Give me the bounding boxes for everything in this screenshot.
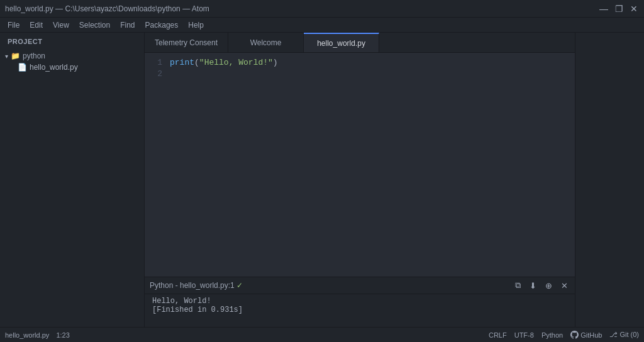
tab-hello-world-label: hello_world.py [317, 39, 365, 48]
output-copy-icon[interactable]: ⧉ [513, 280, 523, 291]
right-panel [575, 33, 644, 327]
tab-bar: Telemetry Consent Welcome hello_world.py [145, 33, 575, 53]
menu-bar: File Edit View Selection Find Packages H… [0, 18, 644, 33]
output-title: Python - hello_world.py:1 ✓ [150, 281, 508, 290]
menu-selection[interactable]: Selection [74, 19, 115, 31]
status-language[interactable]: Python [541, 331, 563, 339]
status-cursor[interactable]: 1:23 [56, 331, 69, 339]
output-download-icon[interactable]: ⬇ [528, 280, 538, 291]
file-label: hello_world.py [30, 63, 78, 72]
status-git[interactable]: ⎇ Git (0) [609, 331, 639, 339]
tree-file-hello-world[interactable]: 📄 hello_world.py [0, 62, 144, 73]
tab-telemetry-consent[interactable]: Telemetry Consent [145, 33, 228, 52]
tab-hello-world[interactable]: hello_world.py [304, 33, 379, 52]
status-right: CRLF UTF-8 Python GitHub ⎇ Git (0) [489, 331, 639, 339]
output-content: Hello, World! [Finished in 0.931s] [145, 294, 575, 317]
status-github[interactable]: GitHub [570, 331, 602, 339]
menu-view[interactable]: View [48, 19, 74, 31]
github-label: GitHub [580, 331, 602, 339]
status-filename[interactable]: hello_world.py [5, 331, 49, 339]
output-line-1: Hello, World! [152, 297, 567, 306]
code-editor[interactable]: 1 print("Hello, World!") 2 [145, 53, 575, 277]
title-bar-title: hello_world.py — C:\Users\ayazc\Download… [5, 4, 209, 13]
sidebar: Project ▾ 📁 python 📄 hello_world.py [0, 33, 145, 327]
tab-telemetry-consent-label: Telemetry Consent [155, 38, 218, 47]
status-separator [52, 331, 53, 339]
title-bar: hello_world.py — C:\Users\ayazc\Download… [0, 0, 644, 18]
status-left: hello_world.py 1:23 [5, 331, 70, 339]
line-number-1: 1 [145, 58, 170, 67]
line-number-2: 2 [145, 69, 170, 79]
line-code-1: print("Hello, World!") [170, 58, 278, 67]
code-line-1: 1 print("Hello, World!") [145, 58, 575, 69]
code-string: "Hello, World!" [199, 58, 273, 67]
menu-edit[interactable]: Edit [25, 19, 48, 31]
tab-welcome-label: Welcome [250, 38, 282, 47]
output-pin-icon[interactable]: ⊕ [543, 280, 554, 291]
output-close-icon[interactable]: ✕ [559, 280, 570, 291]
folder-arrow-icon: ▾ [5, 53, 8, 60]
git-icon: ⎇ [609, 331, 618, 338]
output-line-2: [Finished in 0.931s] [152, 306, 567, 314]
menu-packages[interactable]: Packages [140, 19, 184, 31]
editor-area: Telemetry Consent Welcome hello_world.py… [145, 33, 575, 327]
main-layout: Project ▾ 📁 python 📄 hello_world.py Tele… [0, 33, 644, 327]
title-bar-controls: — ❐ ✕ [599, 4, 639, 14]
tab-welcome[interactable]: Welcome [228, 33, 304, 52]
output-panel: Python - hello_world.py:1 ✓ ⧉ ⬇ ⊕ ✕ Hell… [145, 277, 575, 327]
maximize-button[interactable]: ❐ [614, 4, 624, 14]
close-button[interactable]: ✕ [629, 4, 639, 14]
tree-folder-python[interactable]: ▾ 📁 python [0, 50, 144, 62]
editor-content: 1 print("Hello, World!") 2 Python - hell… [145, 53, 575, 327]
check-icon: ✓ [236, 281, 243, 290]
folder-icon: 📁 [11, 52, 20, 60]
menu-help[interactable]: Help [183, 19, 209, 31]
status-encoding[interactable]: UTF-8 [514, 331, 534, 339]
folder-label: python [23, 52, 45, 60]
minimize-button[interactable]: — [599, 4, 609, 14]
code-line-2: 2 [145, 69, 575, 80]
status-line-ending[interactable]: CRLF [489, 331, 507, 339]
menu-file[interactable]: File [3, 19, 25, 31]
output-header: Python - hello_world.py:1 ✓ ⧉ ⬇ ⊕ ✕ [145, 277, 575, 294]
sidebar-header: Project [0, 33, 144, 50]
github-icon [570, 331, 579, 339]
code-function-name: print [170, 58, 194, 67]
menu-find[interactable]: Find [115, 19, 140, 31]
status-bar: hello_world.py 1:23 CRLF UTF-8 Python Gi… [0, 327, 644, 342]
file-icon: 📄 [18, 63, 27, 72]
